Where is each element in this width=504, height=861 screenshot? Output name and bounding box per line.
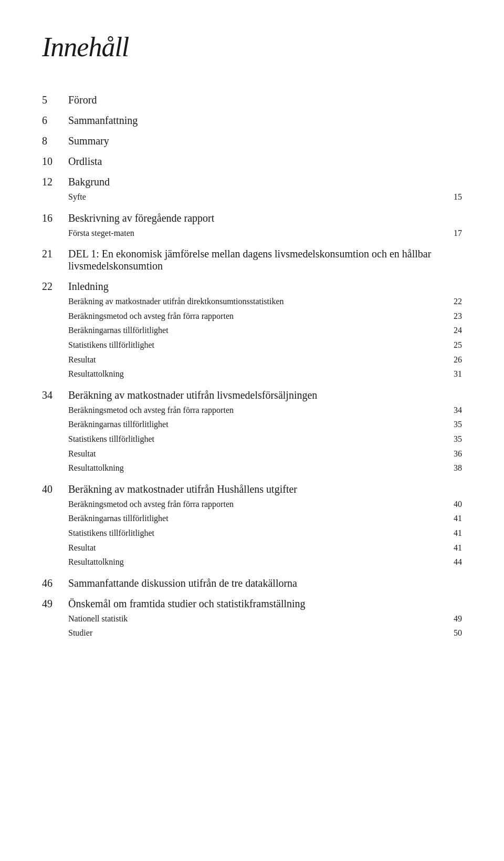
toc-sub-entry: Beräkningarnas tillförlitlighet35: [42, 418, 462, 431]
toc-sub-entry: Syfte15: [42, 190, 462, 204]
toc-sub-entry: Statistikens tillförlitlighet25: [42, 338, 462, 352]
toc-section-label: Önskemål om framtida studier och statist…: [68, 598, 462, 610]
toc-section-label: Inledning: [68, 281, 462, 293]
toc-sub-label: Beräkningsmetod och avsteg från förra ra…: [68, 309, 447, 323]
toc-sub-label: Resultat: [68, 541, 447, 555]
toc-section-label: Bakgrund: [68, 176, 462, 188]
toc-sub-label: Statistikens tillförlitlighet: [68, 338, 447, 352]
toc-sub-label: Första steget-maten: [68, 226, 447, 240]
toc-sub-entry: Nationell statistik49: [42, 612, 462, 626]
toc-sub-page: 15: [454, 190, 462, 204]
toc-section-number: 46: [42, 577, 68, 589]
toc-section-label: Ordlista: [68, 155, 462, 168]
toc-section-number: 22: [42, 281, 68, 293]
toc-section-number: 21: [42, 248, 68, 260]
toc-sub-page: 50: [454, 626, 462, 640]
toc-section-label: Beräkning av matkostnader utifrån Hushål…: [68, 483, 462, 495]
toc-section-number: 5: [42, 94, 68, 106]
toc-section-label: Beräkning av matkostnader utifrån livsme…: [68, 389, 462, 401]
toc-section-label: Summary: [68, 135, 462, 147]
toc-sub-label: Resultattolkning: [68, 367, 447, 381]
toc-sub-entry: Beräkningarnas tillförlitlighet24: [42, 324, 462, 337]
toc-sub-page: 22: [454, 295, 462, 308]
toc-section-number: 6: [42, 115, 68, 127]
toc-sub-page: 24: [454, 324, 462, 337]
toc-sub-page: 44: [454, 555, 462, 569]
toc-sub-entry: Statistikens tillförlitlighet35: [42, 432, 462, 446]
toc-section-header: 46Sammanfattande diskussion utifrån de t…: [42, 577, 462, 589]
toc-sub-page: 41: [454, 526, 462, 540]
toc-sub-entry: Resultat41: [42, 541, 462, 555]
toc-sub-entry: Resultattolkning44: [42, 555, 462, 569]
toc-sub-label: Resultat: [68, 353, 447, 367]
toc-sub-label: Syfte: [68, 190, 447, 204]
toc-section-label: DEL 1: En ekonomisk jämförelse mellan da…: [68, 248, 462, 272]
toc-section-number: 12: [42, 176, 68, 188]
toc-sub-page: 25: [454, 338, 462, 352]
toc-section-number: 8: [42, 135, 68, 147]
toc-sub-entry: Beräkning av matkostnader utifrån direkt…: [42, 295, 462, 308]
toc-sub-entry: Beräkningsmetod och avsteg från förra ra…: [42, 497, 462, 511]
toc-sub-page: 34: [454, 403, 462, 417]
toc-section-header: 40Beräkning av matkostnader utifrån Hush…: [42, 483, 462, 495]
toc-sub-entry: Resultat26: [42, 353, 462, 367]
toc-sub-label: Beräkningarnas tillförlitlighet: [68, 512, 447, 525]
toc-sub-page: 41: [454, 541, 462, 555]
toc-section-header: 12Bakgrund: [42, 176, 462, 188]
toc-sub-label: Beräkningsmetod och avsteg från förra ra…: [68, 403, 447, 417]
toc-section-number: 40: [42, 483, 68, 495]
toc-section-number: 49: [42, 598, 68, 610]
toc-sub-page: 41: [454, 512, 462, 525]
toc-section-label: Sammanfattande diskussion utifrån de tre…: [68, 577, 462, 589]
toc-sub-label: Resultat: [68, 447, 447, 461]
toc-section-label: Sammanfattning: [68, 115, 462, 127]
toc-section-header: 21DEL 1: En ekonomisk jämförelse mellan …: [42, 248, 462, 272]
toc-sub-entry: Resultat36: [42, 447, 462, 461]
toc-section-number: 10: [42, 155, 68, 168]
toc-sub-label: Statistikens tillförlitlighet: [68, 526, 447, 540]
toc-sub-label: Beräkningarnas tillförlitlighet: [68, 324, 447, 337]
toc-sub-label: Beräkningsmetod och avsteg från förra ra…: [68, 497, 447, 511]
toc-section-number: 34: [42, 389, 68, 401]
toc-sub-entry: Statistikens tillförlitlighet41: [42, 526, 462, 540]
toc-section-header: 10Ordlista: [42, 155, 462, 168]
toc-section-label: Förord: [68, 94, 462, 106]
toc-section-header: 5Förord: [42, 94, 462, 106]
toc-section-header: 6Sammanfattning: [42, 115, 462, 127]
toc-section-header: 22Inledning: [42, 281, 462, 293]
toc-sub-page: 35: [454, 418, 462, 431]
toc-sub-label: Statistikens tillförlitlighet: [68, 432, 447, 446]
toc-section-header: 16Beskrivning av föregående rapport: [42, 212, 462, 224]
toc-sub-page: 26: [454, 353, 462, 367]
toc-sub-entry: Resultattolkning31: [42, 367, 462, 381]
toc-sub-page: 40: [454, 497, 462, 511]
toc-sub-entry: Beräkningarnas tillförlitlighet41: [42, 512, 462, 525]
toc-sub-page: 38: [454, 461, 462, 475]
toc-sub-label: Studier: [68, 626, 447, 640]
toc-sub-entry: Beräkningsmetod och avsteg från förra ra…: [42, 309, 462, 323]
toc-section-header: 34Beräkning av matkostnader utifrån livs…: [42, 389, 462, 401]
toc-section-number: 16: [42, 212, 68, 224]
toc-sub-entry: Beräkningsmetod och avsteg från förra ra…: [42, 403, 462, 417]
toc-sub-page: 36: [454, 447, 462, 461]
toc-sub-page: 23: [454, 309, 462, 323]
toc-sub-page: 31: [454, 367, 462, 381]
toc-section-header: 8Summary: [42, 135, 462, 147]
toc-sub-entry: Studier50: [42, 626, 462, 640]
page-title: Innehåll: [42, 32, 462, 63]
toc-sub-entry: Första steget-maten17: [42, 226, 462, 240]
toc-sub-label: Beräkningarnas tillförlitlighet: [68, 418, 447, 431]
toc-sub-page: 35: [454, 432, 462, 446]
toc-sub-label: Nationell statistik: [68, 612, 447, 626]
table-of-contents: 5Förord6Sammanfattning8Summary10Ordlista…: [42, 94, 462, 640]
toc-sub-label: Resultattolkning: [68, 555, 447, 569]
toc-sub-page: 49: [454, 612, 462, 626]
toc-section-label: Beskrivning av föregående rapport: [68, 212, 462, 224]
toc-sub-page: 17: [454, 226, 462, 240]
toc-sub-label: Resultattolkning: [68, 461, 447, 475]
toc-sub-entry: Resultattolkning38: [42, 461, 462, 475]
toc-sub-label: Beräkning av matkostnader utifrån direkt…: [68, 295, 447, 308]
toc-section-header: 49Önskemål om framtida studier och stati…: [42, 598, 462, 610]
